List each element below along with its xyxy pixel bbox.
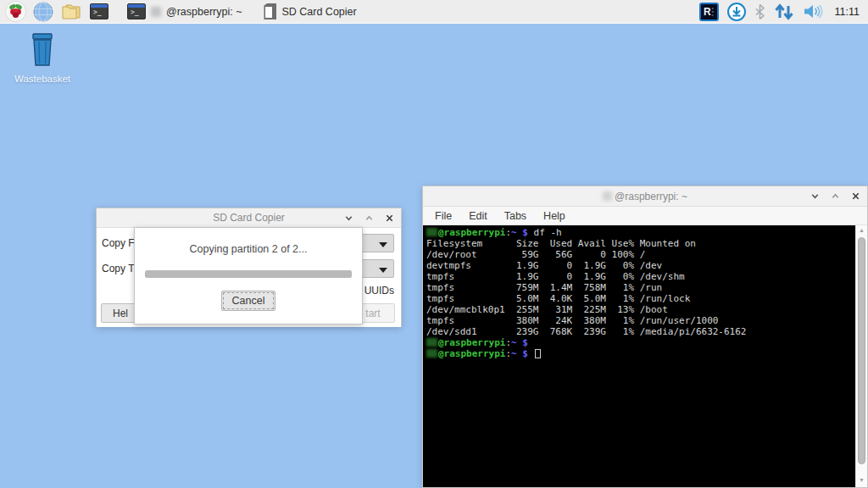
wastebasket-icon xyxy=(26,32,58,68)
menu-edit[interactable]: Edit xyxy=(460,208,496,224)
sd-card-icon xyxy=(264,3,276,19)
network-arrows-icon[interactable] xyxy=(773,3,795,20)
minimize-icon[interactable] xyxy=(364,214,374,223)
scrollbar-thumb[interactable] xyxy=(858,237,865,464)
progress-message: Copying partition 2 of 2... xyxy=(135,243,362,255)
terminal-prompt-line: @raspberrypi:~ $ xyxy=(426,348,854,359)
vnc-icon[interactable]: R vnc xyxy=(699,3,719,21)
wastebasket-desktop-icon[interactable]: Wastebasket xyxy=(10,32,75,84)
globe-icon xyxy=(33,2,53,22)
bluetooth-icon[interactable] xyxy=(754,3,765,20)
scroll-down-icon[interactable]: ▼ xyxy=(856,475,867,485)
file-manager-button[interactable] xyxy=(60,2,82,22)
terminal-content[interactable]: @raspberrypi:~ $ df -hFilesystem Size Us… xyxy=(423,225,867,487)
terminal-cursor xyxy=(535,349,541,358)
browser-button[interactable] xyxy=(32,2,54,22)
progress-bar xyxy=(145,270,352,278)
terminal-output-line: devtmpfs 1.9G 0 1.9G 0% /dev xyxy=(426,260,854,271)
taskbar-task-sd-card-copier[interactable]: SD Card Copier xyxy=(259,3,361,20)
task-label: SD Card Copier xyxy=(281,6,356,18)
terminal-output-line: tmpfs 1.9G 0 1.9G 0% /dev/shm xyxy=(426,271,854,282)
updater-icon[interactable] xyxy=(726,2,747,22)
terminal-prompt-line: @raspberrypi:~ $ xyxy=(426,337,854,348)
shade-icon[interactable] xyxy=(810,191,820,201)
terminal-output-line: tmpfs 5.0M 4.0K 5.0M 1% /run/lock xyxy=(426,293,854,304)
system-tray: R vnc 11:11 xyxy=(699,2,868,22)
new-partition-uuids-label: UUIDs xyxy=(364,285,394,297)
copy-from-label: Copy F xyxy=(102,237,135,249)
terminal-titlebar[interactable]: @raspberrypi: ~ xyxy=(423,186,867,207)
chevron-down-icon xyxy=(379,242,387,247)
wastebasket-label: Wastebasket xyxy=(10,74,75,84)
redacted-username xyxy=(603,191,612,201)
terminal-output-line: tmpfs 759M 1.4M 758M 1% /run xyxy=(426,282,854,293)
taskbar: @raspberrypi: ~ SD Card Copier R vnc xyxy=(0,0,868,24)
redacted-username xyxy=(426,338,437,347)
terminal-output-line: /dev/root 59G 56G 0 100% / xyxy=(426,249,854,260)
terminal-output-line: tmpfs 380M 24K 380M 1% /run/user/1000 xyxy=(426,315,854,326)
clock[interactable]: 11:11 xyxy=(835,6,860,18)
redacted-username xyxy=(426,349,437,358)
taskbar-task-terminal[interactable]: @raspberrypi: ~ xyxy=(122,3,247,20)
close-icon[interactable] xyxy=(851,191,860,201)
shade-icon[interactable] xyxy=(344,214,353,223)
terminal-launcher-button[interactable] xyxy=(88,2,110,22)
menu-file[interactable]: File xyxy=(426,208,460,224)
terminal-scrollbar[interactable]: ▲ ▼ xyxy=(855,225,867,487)
copy-progress-dialog: Copying partition 2 of 2... Cancel xyxy=(134,227,363,324)
vnc-small-letters: vnc xyxy=(712,7,714,17)
redacted-username xyxy=(151,7,161,17)
terminal-prompt-line: @raspberrypi:~ $ df -h xyxy=(426,227,854,238)
window-title: @raspberrypi: ~ xyxy=(615,191,687,202)
minimize-icon[interactable] xyxy=(831,191,840,201)
terminal-screen: @raspberrypi:~ $ df -hFilesystem Size Us… xyxy=(426,227,854,487)
close-icon[interactable] xyxy=(385,214,394,223)
terminal-window: @raspberrypi: ~ FileEditTabsHelp @raspbe… xyxy=(422,186,868,488)
volume-icon[interactable] xyxy=(803,3,824,19)
terminal-output-line: /dev/mmcblk0p1 255M 31M 225M 13% /boot xyxy=(426,304,854,315)
task-label: @raspberrypi: ~ xyxy=(166,6,242,18)
terminal-icon xyxy=(90,3,108,19)
terminal-output-line: Filesystem Size Used Avail Use% Mounted … xyxy=(426,238,854,249)
raspberry-icon xyxy=(5,1,26,22)
terminal-menubar: FileEditTabsHelp xyxy=(423,207,867,225)
window-title: SD Card Copier xyxy=(213,212,285,224)
cancel-button[interactable]: Cancel xyxy=(221,291,275,311)
menu-help[interactable]: Help xyxy=(535,208,574,224)
redacted-username xyxy=(426,228,437,236)
menu-button[interactable] xyxy=(4,2,26,22)
terminal-icon xyxy=(127,3,146,19)
scroll-up-icon[interactable]: ▲ xyxy=(856,225,867,236)
menu-tabs[interactable]: Tabs xyxy=(496,208,535,224)
sd-window-titlebar[interactable]: SD Card Copier xyxy=(97,208,401,228)
copy-to-label: Copy T xyxy=(102,263,134,274)
folders-icon xyxy=(60,3,82,21)
chevron-down-icon xyxy=(379,268,387,273)
terminal-output-line: /dev/sdd1 239G 768K 239G 1% /media/pi/66… xyxy=(426,326,854,337)
